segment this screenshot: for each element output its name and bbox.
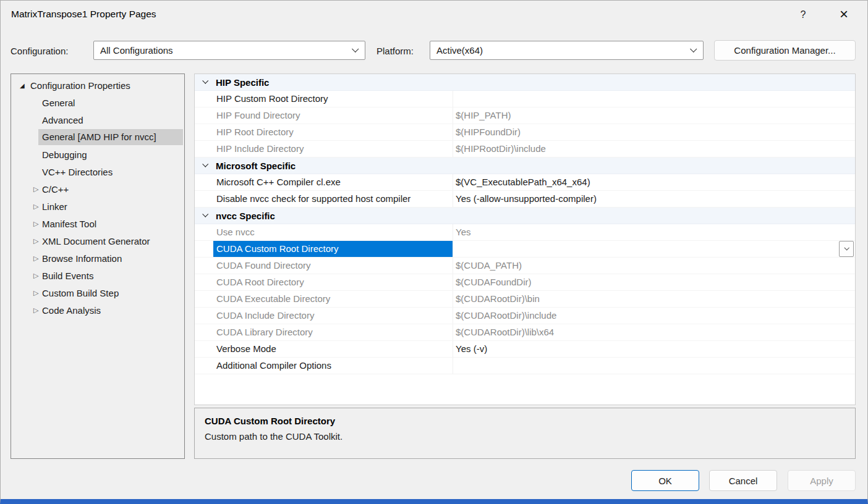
property-row[interactable]: CUDA Library Directory $(CUDARootDir)\li… [195,324,855,341]
tree-item-configuration-properties[interactable]: ◢ Configuration Properties [11,77,183,94]
tree-item-debugging[interactable]: Debugging [11,146,183,163]
window-title: MatrixTranspose1 Property Pages [11,9,156,20]
titlebar: MatrixTranspose1 Property Pages ? × [1,1,867,29]
row-gutter [195,141,213,157]
row-gutter [195,191,213,207]
collapsed-triangle-icon: ▷ [33,220,40,228]
configuration-dropdown[interactable]: All Configurations [93,41,365,60]
section-header-microsoft-specific[interactable]: Microsoft Specific [195,158,855,174]
property-name[interactable]: Additional Compiler Options [213,358,453,374]
row-gutter [195,174,213,190]
tree-item-c-cpp[interactable]: ▷ C/C++ [11,180,183,198]
section-header-hip-specific[interactable]: HIP Specific [195,74,855,91]
property-name[interactable]: Verbose Mode [213,341,453,357]
tree-item-xml-document-generator[interactable]: ▷ XML Document Generator [11,232,183,250]
expanded-triangle-icon: ◢ [20,82,27,89]
property-row[interactable]: Additional Compiler Options [195,358,855,374]
property-value[interactable]: Yes (-allow-unsupported-compiler) [453,191,855,207]
property-value[interactable]: $(CUDARootDir)\bin [453,291,855,307]
property-row[interactable]: CUDA Found Directory $(CUDA_PATH) [195,258,855,274]
property-value[interactable]: Yes [453,224,855,240]
property-row[interactable]: CUDA Include Directory $(CUDARootDir)\in… [195,308,855,324]
property-row[interactable]: HIP Root Directory $(HIPFoundDir) [195,124,855,141]
apply-button[interactable]: Apply [788,470,856,491]
tree-item-manifest-tool[interactable]: ▷ Manifest Tool [11,215,183,232]
property-name[interactable]: CUDA Custom Root Directory [213,241,453,257]
property-name[interactable]: CUDA Include Directory [213,308,453,324]
platform-dropdown[interactable]: Active(x64) [430,41,704,60]
property-value[interactable]: $(CUDARootDir)\lib\x64 [453,324,855,340]
property-value[interactable]: $(VC_ExecutablePath_x64_x64) [453,174,855,190]
row-gutter [195,291,213,307]
property-name[interactable]: Use nvcc [213,224,453,240]
property-name[interactable]: HIP Custom Root Directory [213,91,453,107]
tree-item-general[interactable]: General [11,94,183,111]
property-value[interactable]: $(HIPFoundDir) [453,124,855,140]
row-gutter [195,241,213,257]
value-dropdown-button[interactable] [839,241,854,257]
collapsed-triangle-icon: ▷ [33,289,40,297]
tree-item-code-analysis[interactable]: ▷ Code Analysis [11,301,183,319]
tree-item-build-events[interactable]: ▷ Build Events [11,267,183,284]
close-icon[interactable]: × [830,4,857,25]
property-value[interactable]: $(CUDARootDir)\include [453,308,855,324]
property-value[interactable]: $(CUDAFoundDir) [453,274,855,290]
platform-label: Platform: [377,46,414,56]
row-gutter [195,341,213,357]
cancel-button[interactable]: Cancel [709,470,777,491]
collapsed-triangle-icon: ▷ [33,237,40,245]
property-row-selected[interactable]: CUDA Custom Root Directory [195,241,855,258]
property-row[interactable]: Verbose Mode Yes (-v) [195,341,855,358]
property-value[interactable]: Yes (-v) [453,341,855,357]
property-name[interactable]: CUDA Found Directory [213,258,453,274]
property-name[interactable]: CUDA Library Directory [213,324,453,340]
section-header-nvcc-specific[interactable]: nvcc Specific [195,208,855,224]
ok-button[interactable]: OK [631,470,699,491]
property-name[interactable]: CUDA Root Directory [213,274,453,290]
property-row[interactable]: CUDA Root Directory $(CUDAFoundDir) [195,274,855,291]
help-icon[interactable]: ? [793,6,813,23]
property-name[interactable]: HIP Root Directory [213,124,453,140]
property-row[interactable]: CUDA Executable Directory $(CUDARootDir)… [195,291,855,308]
collapsed-triangle-icon: ▷ [33,185,40,193]
tree-item-browse-information[interactable]: ▷ Browse Information [11,250,183,267]
property-value[interactable] [453,358,855,374]
chevron-down-icon [844,245,849,250]
property-name[interactable]: CUDA Executable Directory [213,291,453,307]
tree-item-advanced[interactable]: Advanced [11,111,183,128]
collapsed-triangle-icon: ▷ [33,254,40,262]
collapsed-triangle-icon: ▷ [33,306,40,314]
property-name[interactable]: Disable nvcc check for supported host co… [213,191,453,207]
row-gutter [195,258,213,274]
property-row[interactable]: HIP Custom Root Directory [195,91,855,107]
row-gutter [195,324,213,340]
tree-item-custom-build-step[interactable]: ▷ Custom Build Step [11,284,183,301]
property-value[interactable] [453,91,855,107]
collapsed-triangle-icon: ▷ [33,272,40,280]
property-name[interactable]: Microsoft C++ Compiler cl.exe [213,174,453,190]
description-title: CUDA Custom Root Directory [205,416,845,426]
property-row[interactable]: Use nvcc Yes [195,224,855,241]
row-gutter [195,224,213,240]
row-gutter [195,308,213,324]
collapse-chevron-icon [202,78,208,84]
description-panel: CUDA Custom Root Directory Custom path t… [194,408,856,459]
configuration-label: Configuration: [11,46,68,56]
property-value[interactable]: $(HIP_PATH) [453,107,855,124]
tree-item-linker[interactable]: ▷ Linker [11,198,183,215]
property-name[interactable]: HIP Found Directory [213,107,453,124]
property-row[interactable]: Disable nvcc check for supported host co… [195,191,855,208]
property-name[interactable]: HIP Include Directory [213,141,453,157]
collapse-chevron-icon [202,161,208,167]
property-value[interactable] [453,241,855,257]
configuration-manager-button[interactable]: Configuration Manager... [714,40,856,61]
description-text: Custom path to the CUDA Toolkit. [205,431,845,442]
tree-item-general-amd-hip-for-nvcc[interactable]: General [AMD HIP for nvcc] [11,128,183,146]
row-gutter [195,358,213,374]
tree-item-vcpp-directories[interactable]: VC++ Directories [11,163,183,180]
property-row[interactable]: HIP Include Directory $(HIPRootDir)\incl… [195,141,855,158]
property-row[interactable]: HIP Found Directory $(HIP_PATH) [195,107,855,124]
property-value[interactable]: $(HIPRootDir)\include [453,141,855,157]
property-row[interactable]: Microsoft C++ Compiler cl.exe $(VC_Execu… [195,174,855,191]
property-value[interactable]: $(CUDA_PATH) [453,258,855,274]
